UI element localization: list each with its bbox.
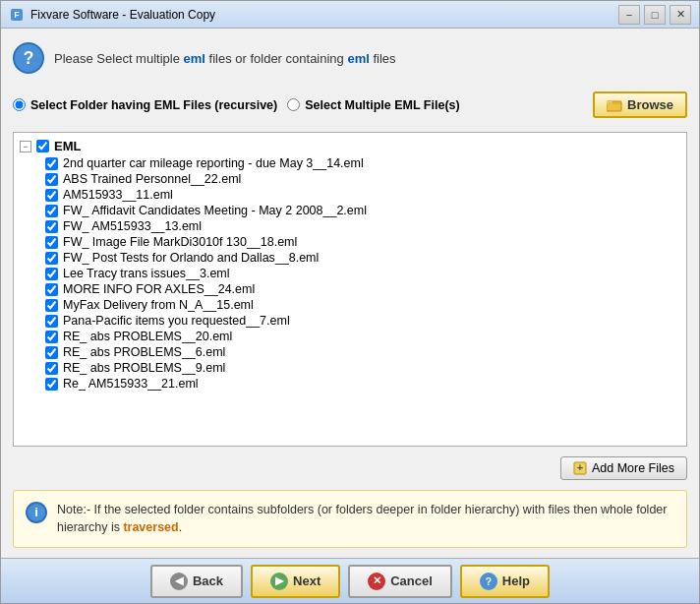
file-name: AM515933__11.eml xyxy=(63,188,173,202)
cancel-label: Cancel xyxy=(390,574,433,588)
radio-files-input[interactable] xyxy=(287,98,300,111)
list-item: FW_ Post Tests for Orlando and Dallas__8… xyxy=(14,250,686,266)
add-more-row: + Add More Files xyxy=(13,454,687,482)
file-checkbox[interactable] xyxy=(45,252,58,265)
cancel-button[interactable]: ✕ Cancel xyxy=(348,565,452,598)
radio-folder-option[interactable]: Select Folder having EML Files (recursiv… xyxy=(13,98,277,112)
file-name: MORE INFO FOR AXLES__24.eml xyxy=(63,282,255,296)
back-button[interactable]: ◀ Back xyxy=(150,565,243,598)
titlebar: F Fixvare Software - Evaluation Copy − □… xyxy=(1,1,699,29)
main-content: ? Please Select multiple eml files or fo… xyxy=(1,29,699,558)
list-item: Lee Tracy trans issues__3.eml xyxy=(14,266,686,281)
list-item: FW_ Image File MarkDi3010f 130__18.eml xyxy=(14,234,686,250)
svg-text:+: + xyxy=(577,461,583,473)
add-icon: + xyxy=(573,461,587,475)
file-name: FW_ Affidavit Candidates Meeting - May 2… xyxy=(63,204,367,217)
file-name: Re_ AM515933__21.eml xyxy=(63,377,199,391)
minimize-button[interactable]: − xyxy=(618,5,640,25)
list-item: MyFax Delivery from N_A__15.eml xyxy=(14,297,686,313)
folder-icon xyxy=(607,98,622,112)
svg-text:F: F xyxy=(14,10,20,20)
list-item: MORE INFO FOR AXLES__24.eml xyxy=(14,281,686,297)
info-circle-icon: ? xyxy=(13,42,44,74)
browse-button[interactable]: Browse xyxy=(593,91,687,118)
file-checkbox[interactable] xyxy=(45,220,58,233)
file-checkbox[interactable] xyxy=(45,268,58,280)
note-highlight: traversed xyxy=(123,520,178,534)
file-name: Lee Tracy trans issues__3.eml xyxy=(63,267,230,280)
list-item: 2nd quarter car mileage reporting - due … xyxy=(14,155,686,171)
back-icon: ◀ xyxy=(170,573,188,590)
file-name: ABS Trained Personnel__22.eml xyxy=(63,172,241,186)
next-label: Next xyxy=(293,574,321,588)
maximize-button[interactable]: □ xyxy=(644,5,666,25)
file-name: FW_ Image File MarkDi3010f 130__18.eml xyxy=(63,235,297,249)
radio-folder-label: Select Folder having EML Files (recursiv… xyxy=(30,98,277,112)
list-item: Pana-Pacific items you requested__7.eml xyxy=(14,313,686,329)
file-name: RE_ abs PROBLEMS__6.eml xyxy=(63,345,225,359)
radio-files-option[interactable]: Select Multiple EML File(s) xyxy=(287,98,459,112)
list-item: RE_ abs PROBLEMS__9.eml xyxy=(14,360,686,376)
add-more-label: Add More Files xyxy=(592,461,674,475)
note-info-icon: i xyxy=(26,502,47,523)
file-checkbox[interactable] xyxy=(45,299,58,312)
file-tree: − EML 2nd quarter car mileage reporting … xyxy=(14,133,686,395)
radio-files-label: Select Multiple EML File(s) xyxy=(305,98,459,112)
file-name: MyFax Delivery from N_A__15.eml xyxy=(63,298,254,312)
next-icon: ▶ xyxy=(270,573,288,590)
file-name: Pana-Pacific items you requested__7.eml xyxy=(63,314,290,328)
file-checkbox[interactable] xyxy=(45,331,58,343)
cancel-icon: ✕ xyxy=(368,573,385,590)
main-window: F Fixvare Software - Evaluation Copy − □… xyxy=(0,0,700,604)
file-checkbox[interactable] xyxy=(45,189,58,202)
back-label: Back xyxy=(193,574,223,588)
file-checkbox[interactable] xyxy=(45,236,58,249)
add-more-files-button[interactable]: + Add More Files xyxy=(560,456,687,480)
file-name: FW_ Post Tests for Orlando and Dallas__8… xyxy=(63,251,319,265)
list-item: ABS Trained Personnel__22.eml xyxy=(14,171,686,187)
list-item: AM515933__11.eml xyxy=(14,187,686,203)
note-suffix: . xyxy=(179,520,182,534)
close-button[interactable]: ✕ xyxy=(670,5,691,25)
file-checkbox[interactable] xyxy=(45,173,58,186)
file-name: 2nd quarter car mileage reporting - due … xyxy=(63,156,364,170)
note-box: i Note:- If the selected folder contains… xyxy=(13,490,687,549)
root-checkbox[interactable] xyxy=(36,140,49,152)
radio-folder-input[interactable] xyxy=(13,98,26,111)
list-item: FW_ AM515933__13.eml xyxy=(14,218,686,234)
list-item: FW_ Affidavit Candidates Meeting - May 2… xyxy=(14,203,686,218)
list-item: Re_ AM515933__21.eml xyxy=(14,376,686,392)
file-checkbox[interactable] xyxy=(45,346,58,359)
help-button[interactable]: ? Help xyxy=(460,565,550,598)
footer: ◀ Back ▶ Next ✕ Cancel ? Help xyxy=(1,558,699,603)
list-item: RE_ abs PROBLEMS__6.eml xyxy=(14,344,686,360)
list-item: RE_ abs PROBLEMS__20.eml xyxy=(14,329,686,344)
file-name: RE_ abs PROBLEMS__9.eml xyxy=(63,361,225,375)
file-name: FW_ AM515933__13.eml xyxy=(63,219,202,233)
tree-root-row: − EML xyxy=(14,137,686,155)
window-controls: − □ ✕ xyxy=(618,5,691,25)
options-row: Select Folder having EML Files (recursiv… xyxy=(13,86,687,124)
header-row: ? Please Select multiple eml files or fo… xyxy=(13,38,687,78)
app-icon: F xyxy=(9,7,25,23)
note-text: Note:- If the selected folder contains s… xyxy=(57,501,674,538)
file-list-container[interactable]: − EML 2nd quarter car mileage reporting … xyxy=(13,132,687,447)
help-icon: ? xyxy=(480,573,497,590)
file-checkbox[interactable] xyxy=(45,205,58,217)
root-folder-label: EML xyxy=(54,139,81,153)
header-message: Please Select multiple eml files or fold… xyxy=(54,51,396,66)
file-name: RE_ abs PROBLEMS__20.eml xyxy=(63,330,232,343)
tree-expand-button[interactable]: − xyxy=(20,141,31,152)
file-items-list: 2nd quarter car mileage reporting - due … xyxy=(14,155,686,392)
file-checkbox[interactable] xyxy=(45,157,58,170)
file-checkbox[interactable] xyxy=(45,283,58,296)
file-checkbox[interactable] xyxy=(45,315,58,328)
window-title: Fixvare Software - Evaluation Copy xyxy=(30,8,618,22)
svg-rect-3 xyxy=(607,101,612,104)
help-label: Help xyxy=(502,574,530,588)
next-button[interactable]: ▶ Next xyxy=(251,565,340,598)
file-checkbox[interactable] xyxy=(45,378,58,391)
file-checkbox[interactable] xyxy=(45,362,58,375)
